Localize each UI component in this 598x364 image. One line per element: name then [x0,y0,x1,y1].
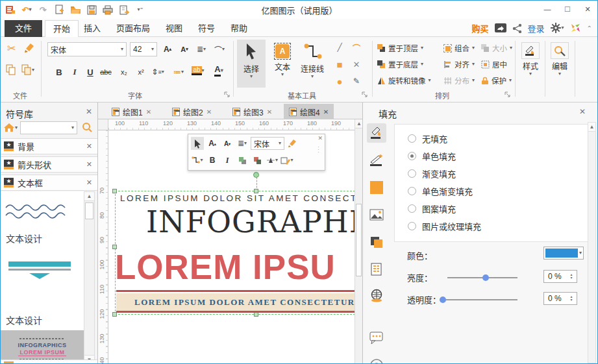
crossing-lines-icon[interactable]: ✕ [350,58,363,71]
style-button[interactable]: 样式 ▾ [517,40,543,88]
shape-copy-icon[interactable] [367,232,386,252]
mini-drag-dots[interactable]: ··· [316,146,322,154]
section-background[interactable]: ★ 背景 ✕ [1,138,97,154]
font-dialog-launcher-icon[interactable] [224,91,230,98]
radio-icon[interactable] [408,204,416,213]
help-question-icon[interactable]: ? [367,356,386,364]
transparency-slider[interactable] [440,299,517,300]
close-button[interactable]: ✕ [578,1,597,18]
cut-icon[interactable]: ✂ [7,42,16,55]
fill-option-gradient[interactable]: 渐变填充 [408,167,456,180]
selection-handle-topmid[interactable] [254,189,258,193]
radio-icon-selected[interactable] [408,152,416,160]
document-properties-icon[interactable] [367,260,386,279]
mini-align-icon[interactable]: ≣▾ [236,137,249,150]
mini-connector-icon[interactable]: ▾ [191,154,204,167]
tab-close-icon[interactable]: ✕ [267,108,272,115]
connector-tool-button[interactable]: 连接线 ▾ [297,40,328,88]
brightness-slider[interactable] [447,277,517,278]
mini-bring-front-icon[interactable] [236,154,249,167]
library-scrollbar[interactable]: ▲ ▼ [84,191,95,364]
color-swatch-dropdown[interactable]: ▾ [543,247,584,260]
line-shape-icon[interactable]: ╱ [333,41,346,54]
open-folder-icon[interactable] [69,4,81,16]
mini-select-icon[interactable] [191,137,204,150]
solid-shape-icon[interactable] [367,178,386,197]
scrollbar-thumb[interactable] [85,202,93,219]
center-button[interactable]: 居中 [481,58,507,70]
selection-handle-bottomleft[interactable] [112,312,117,317]
bring-to-front-button[interactable]: 置于顶层▾ [377,42,423,54]
settings-gear-icon[interactable]: ▾ [551,23,564,33]
symbol-search-select[interactable]: ▾ [20,121,77,134]
tab-file[interactable]: 文件 [5,20,42,37]
selection-handle-topleft[interactable] [112,189,117,193]
fill-tool-icon[interactable] [367,123,386,143]
size-button[interactable]: 大小▾ [481,42,512,54]
group-button[interactable]: 组合▾ [443,42,475,54]
tab-drawing1[interactable]: 绘图1 ✕ [106,104,156,119]
tab-symbols[interactable]: 符号 [190,20,223,37]
scrollbar-thumb[interactable] [356,204,362,276]
mini-close-icon[interactable]: ✕ [318,135,323,141]
section-text-box[interactable]: ★ 文本框 ✕ [1,175,97,191]
section-close-icon[interactable]: ✕ [86,142,92,151]
search-icon[interactable] [81,121,93,133]
symbol-library-close-icon[interactable]: ✕ [86,107,92,116]
tab-close-icon[interactable]: ✕ [146,108,151,115]
ellipse-shape-icon[interactable]: ● [333,75,346,88]
mini-rotate-icon[interactable]: ▾ [266,154,279,167]
mini-italic-icon[interactable]: I [221,154,234,167]
select-tool-button[interactable]: 选择 ▾ [237,40,266,88]
section-close-icon[interactable]: ✕ [86,160,92,169]
tab-drawing3[interactable]: 绘图3 ✕ [227,104,277,119]
line-spacing-icon[interactable]: ⇕≡▾ [151,66,164,79]
selection-handle-bottommid[interactable] [254,312,258,317]
radio-icon[interactable] [408,169,416,178]
mini-bold-icon[interactable]: B [206,154,219,167]
fill-option-none[interactable]: 无填充 [408,132,447,145]
fill-option-texture[interactable]: 图片或纹理填充 [408,220,481,232]
fill-panel-scrollbar[interactable]: ▲ [588,122,596,363]
art-beige-band[interactable]: LOREM IPSUM DOLOR AMET CONSECTETUR ADIPI [116,293,355,313]
brightness-value-box[interactable]: 0 % ▴▾ [543,270,577,283]
fill-panel-close-icon[interactable]: ✕ [579,107,586,116]
section-close-icon[interactable]: ✕ [86,178,92,187]
distribute-button[interactable]: 分布▾ [443,75,475,86]
fill-option-solid[interactable]: 单色填充 [408,150,456,162]
tab-home[interactable]: 开始 [45,20,79,37]
format-painter-icon[interactable] [24,42,36,53]
library-item-teal-thumbnail[interactable] [8,261,71,279]
superscript-icon[interactable]: x² [134,66,147,79]
font-name-select[interactable]: 宋体▾ [47,42,127,56]
image-fill-icon[interactable] [367,205,386,224]
save-icon[interactable] [86,4,97,16]
text-tool-button[interactable]: A 文本 ▾ [268,40,297,88]
copy-icon[interactable] [6,64,16,75]
tab-page-layout[interactable]: 页面布局 [108,20,158,37]
art-title-text[interactable]: INFOGRAPHICS [146,204,355,239]
redo-icon[interactable]: ↷ [37,4,49,16]
tab-insert[interactable]: 插入 [76,20,108,37]
underline-icon[interactable]: U [84,66,97,79]
fill-option-pattern[interactable]: 图案填充 [408,202,456,215]
spinner-icon[interactable]: ▴▾ [567,293,575,304]
export-share-icon[interactable] [495,23,506,33]
mini-shape-style-icon[interactable]: ▾ [280,154,293,167]
rotate-mirror-button[interactable]: 旋转和镜像▾ [377,75,431,86]
arrange-dialog-launcher-icon[interactable] [505,91,511,98]
mini-font-select[interactable]: 宋体▾ [251,137,284,150]
radio-icon[interactable] [408,222,416,230]
tab-drawing4[interactable]: 绘图4 ✕ [284,104,334,119]
bold-icon[interactable]: B [53,66,66,79]
tab-close-icon[interactable]: ✕ [206,108,212,115]
share-icon[interactable] [512,23,522,33]
globe-icon[interactable] [367,285,386,305]
text-arc-icon[interactable]: ⌒▾ [213,43,226,56]
mini-format-painter-icon[interactable] [286,137,299,150]
rotation-handle[interactable] [253,172,259,178]
spinner-icon[interactable]: ▴▾ [567,271,575,282]
qat-customize-icon[interactable]: ▾⁼ [134,4,146,16]
library-item-label[interactable]: 文本设计 [6,232,42,245]
export-icon[interactable] [118,4,130,16]
